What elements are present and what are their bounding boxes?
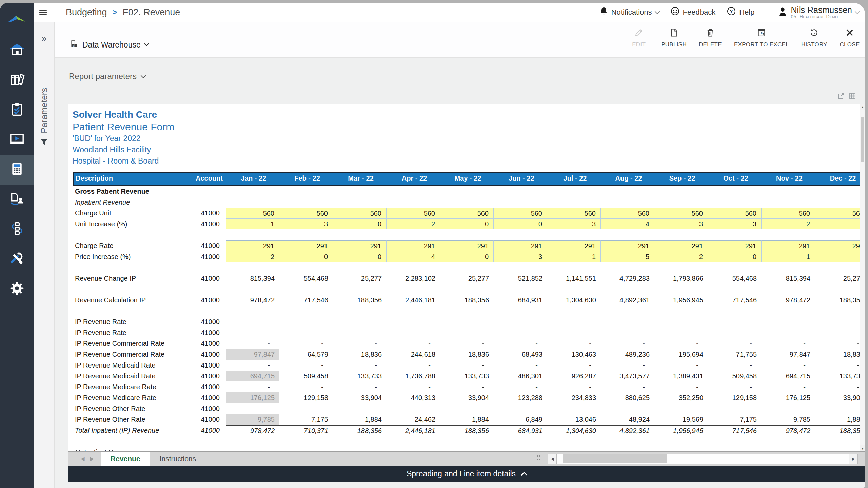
horizontal-scroll-track[interactable]	[557, 454, 849, 464]
input-cell[interactable]: 560	[387, 208, 440, 219]
input-cell[interactable]: 291	[654, 240, 708, 251]
input-cell[interactable]: 5	[601, 251, 654, 262]
sidebar-item-checklist[interactable]	[0, 95, 34, 125]
input-cell[interactable]: 291	[440, 240, 494, 251]
help-button[interactable]: ? Help	[727, 7, 754, 18]
input-cell[interactable]: 291	[279, 240, 333, 251]
export-to-excel-button[interactable]: X EXPORT TO EXCEL	[734, 28, 789, 48]
input-cell[interactable]: 560	[547, 208, 601, 219]
report-parameters-toggle[interactable]: Report parameters	[69, 72, 145, 81]
value-cell: 19,569	[654, 414, 708, 425]
value-cell: -	[279, 360, 333, 371]
menu-hamburger-icon[interactable]	[39, 8, 47, 17]
sidebar-item-settings[interactable]	[0, 274, 34, 304]
input-cell[interactable]: 560	[815, 208, 860, 219]
input-cell[interactable]: 0	[494, 219, 547, 229]
input-cell[interactable]: 0	[815, 251, 860, 262]
tab-revenue[interactable]: Revenue	[101, 452, 150, 466]
vertical-scrollbar[interactable]: ▲ ▼	[860, 104, 865, 451]
input-cell[interactable]: 291	[333, 240, 387, 251]
grid-view-icon[interactable]	[848, 92, 856, 100]
value-cell: 978,472	[226, 425, 279, 436]
delete-button[interactable]: DELETE	[699, 28, 722, 48]
scroll-right-icon[interactable]: ▶	[849, 454, 858, 464]
input-cell[interactable]: 4	[387, 251, 440, 262]
scroll-down-icon[interactable]: ▼	[860, 445, 865, 451]
value-cell: -	[708, 403, 762, 414]
tab-next-icon[interactable]: ▶	[90, 456, 94, 462]
input-cell[interactable]: 0	[279, 251, 333, 262]
tab-instructions[interactable]: Instructions	[150, 452, 205, 466]
input-cell[interactable]: 291	[601, 240, 654, 251]
input-cell[interactable]: 0	[440, 251, 494, 262]
parameters-panel-label[interactable]: Parameters	[39, 49, 50, 133]
input-cell[interactable]: 560	[601, 208, 654, 219]
table-row	[73, 436, 860, 447]
value-cell: -	[762, 316, 815, 327]
horizontal-scroll-thumb[interactable]	[563, 454, 667, 463]
horizontal-scrollbar[interactable]: ◀ ▶	[548, 454, 858, 464]
input-cell[interactable]: 291	[387, 240, 440, 251]
input-cell[interactable]: 3	[279, 219, 333, 229]
spreading-details-toggle[interactable]: Spreading and Line item details	[68, 466, 865, 482]
input-cell[interactable]: 4	[601, 219, 654, 229]
sidebar-item-budgeting[interactable]	[0, 155, 34, 185]
input-cell[interactable]: 0	[815, 219, 860, 229]
input-cell[interactable]: 291	[815, 240, 860, 251]
input-cell[interactable]: 560	[226, 208, 279, 219]
input-cell[interactable]: 3	[494, 251, 547, 262]
input-cell[interactable]: 560	[654, 208, 708, 219]
input-cell[interactable]: 1	[547, 251, 601, 262]
input-cell[interactable]: 2	[226, 251, 279, 262]
sidebar-item-presentation[interactable]	[0, 125, 34, 155]
expand-panel-icon[interactable]: »	[41, 33, 46, 44]
splitter-handle[interactable]	[537, 455, 540, 462]
input-cell[interactable]: 0	[440, 219, 494, 229]
input-cell[interactable]: 3	[708, 219, 762, 229]
input-cell[interactable]: 291	[226, 240, 279, 251]
sidebar-item-home[interactable]	[0, 35, 34, 65]
input-cell[interactable]: 2	[387, 219, 440, 229]
input-cell[interactable]: 2	[762, 219, 815, 229]
user-menu[interactable]: Nils Rasmussen 05. Healthcare Demo	[778, 5, 859, 19]
history-button[interactable]: HISTORY	[801, 28, 827, 48]
input-cell[interactable]: 1	[226, 219, 279, 229]
input-cell[interactable]: 560	[333, 208, 387, 219]
sidebar-item-process[interactable]	[0, 214, 34, 244]
breadcrumb-section[interactable]: Budgeting	[66, 7, 107, 18]
value-cell: -	[387, 316, 440, 327]
popout-icon[interactable]	[837, 92, 845, 100]
sidebar-item-tools[interactable]	[0, 244, 34, 274]
close-button[interactable]: CLOSE	[840, 28, 860, 48]
notifications-button[interactable]: Notifications	[600, 7, 659, 18]
input-cell[interactable]: 560	[762, 208, 815, 219]
vertical-scroll-thumb[interactable]	[861, 117, 864, 162]
input-cell[interactable]: 291	[494, 240, 547, 251]
export-to-excel-label: EXPORT TO EXCEL	[734, 41, 789, 48]
input-cell[interactable]: 1	[762, 251, 815, 262]
input-cell[interactable]: 291	[547, 240, 601, 251]
input-cell[interactable]: 2	[654, 251, 708, 262]
scroll-up-icon[interactable]: ▲	[860, 104, 865, 110]
input-cell[interactable]: 3	[654, 219, 708, 229]
input-cell[interactable]: 0	[708, 251, 762, 262]
feedback-button[interactable]: Feedback	[671, 7, 716, 18]
input-cell[interactable]: 560	[708, 208, 762, 219]
data-source-dropdown[interactable]: Data Warehouse	[70, 39, 148, 50]
table-row: Price Increase (%)41000200403152010	[73, 251, 860, 262]
sidebar-item-collaboration[interactable]	[0, 185, 34, 214]
input-cell[interactable]: 3	[547, 219, 601, 229]
input-cell[interactable]: 560	[440, 208, 494, 219]
input-cell[interactable]: 291	[708, 240, 762, 251]
tab-prev-icon[interactable]: ◀	[81, 456, 85, 462]
input-cell[interactable]: 560	[494, 208, 547, 219]
publish-button[interactable]: PUBLISH	[661, 28, 687, 48]
input-cell[interactable]: 0	[333, 219, 387, 229]
input-cell[interactable]: 0	[333, 251, 387, 262]
filter-icon[interactable]	[40, 138, 48, 148]
input-cell[interactable]: 291	[762, 240, 815, 251]
input-cell[interactable]: 560	[279, 208, 333, 219]
scroll-left-icon[interactable]: ◀	[548, 454, 557, 464]
sidebar-item-library[interactable]	[0, 65, 34, 95]
value-cell: 188,356	[440, 295, 494, 305]
